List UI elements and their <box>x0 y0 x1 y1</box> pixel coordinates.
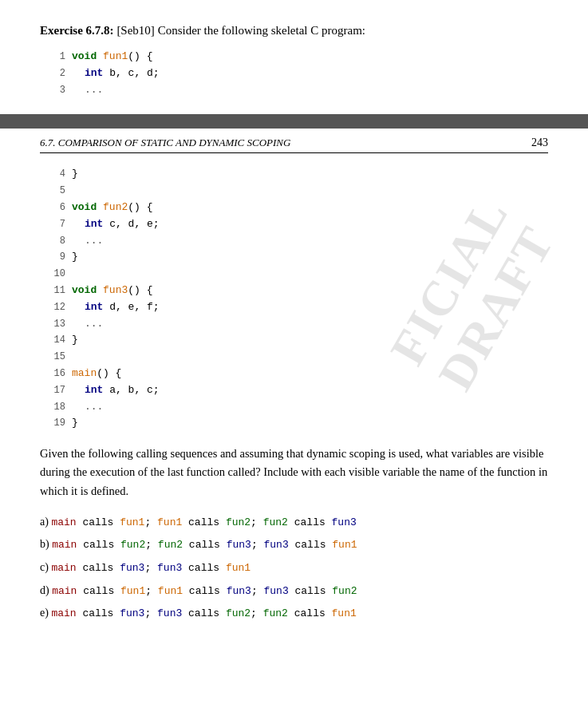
call-seq-line: e) main calls fun3; fun3 calls fun2; fun… <box>40 603 548 624</box>
seq-part: fun3 <box>157 607 182 619</box>
code-line-1: 1 void fun1() { <box>48 49 548 65</box>
line-num-2: 2 <box>48 66 65 81</box>
seq-label: b) <box>40 538 52 550</box>
seq-part: ; <box>144 562 157 574</box>
seq-part: fun1 <box>120 516 144 528</box>
seq-label: e) <box>40 607 51 619</box>
seq-part: fun2 <box>158 539 183 551</box>
seq-part: calls <box>77 539 120 551</box>
code-line-3: 3 ... <box>48 82 548 99</box>
kw-void-1: void <box>72 49 97 65</box>
seq-part: calls <box>182 516 226 528</box>
code-line-12: 12 int d, e, f; <box>48 299 548 316</box>
seq-part: calls <box>288 516 332 528</box>
seq-part: fun1 <box>120 585 145 597</box>
divider-bar <box>0 114 588 129</box>
seq-part: calls <box>183 539 227 551</box>
exercise-source: [Seb10] <box>116 24 157 37</box>
call-seq-line: b) main calls fun2; fun2 calls fun3; fun… <box>40 534 548 556</box>
seq-part: ; <box>251 516 263 528</box>
chapter-header-title: 6.7. COMPARISON OF STATIC AND DYNAMIC SC… <box>40 136 290 149</box>
code-line-9: 9 } <box>48 249 548 266</box>
call-sequences: a) main calls fun1; fun1 calls fun2; fun… <box>40 512 548 624</box>
call-seq-line: a) main calls fun1; fun1 calls fun2; fun… <box>40 512 548 533</box>
seq-label: a) <box>40 516 51 528</box>
code-line-13: 13 ... <box>48 316 548 333</box>
kw-int-1: int <box>85 67 103 79</box>
seq-part: main <box>52 585 77 597</box>
seq-part: fun1 <box>158 585 183 597</box>
code-line-5: 5 <box>48 183 548 200</box>
seq-part: calls <box>183 585 227 597</box>
seq-part: main <box>52 539 77 551</box>
seq-part: calls <box>289 539 333 551</box>
seq-part: ; <box>251 539 264 551</box>
seq-part: ; <box>251 585 264 597</box>
fn-fun1: fun1 <box>103 49 128 65</box>
seq-label: d) <box>40 584 52 596</box>
seq-part: fun3 <box>157 562 182 574</box>
seq-part: ; <box>251 607 263 619</box>
code-line-14: 14 } <box>48 332 548 349</box>
seq-part: ; <box>145 539 158 551</box>
seq-part: ; <box>144 607 157 619</box>
seq-part: fun1 <box>332 607 357 619</box>
code-line-4: 4 } <box>48 166 548 183</box>
seq-part: main <box>51 607 76 619</box>
call-seq-line: c) main calls fun3; fun3 calls fun1 <box>40 557 548 579</box>
description-text: Given the following calling sequences an… <box>40 445 548 500</box>
seq-part: calls <box>77 562 120 574</box>
line-num-1: 1 <box>48 49 65 65</box>
code-line-8: 8 ... <box>48 233 548 250</box>
code-line-10: 10 <box>48 266 548 283</box>
seq-part: fun2 <box>332 585 357 597</box>
seq-part: fun2 <box>226 607 251 619</box>
seq-part: fun3 <box>332 516 357 528</box>
line-num-3: 3 <box>48 83 65 98</box>
dots-1: ... <box>85 82 103 99</box>
seq-part: calls <box>289 585 333 597</box>
seq-part: fun2 <box>263 516 288 528</box>
page-bottom-section: FICIALDRAFT 6.7. COMPARISON OF STATIC AN… <box>0 129 588 650</box>
exercise-intro: Consider the following skeletal C progra… <box>158 24 365 37</box>
chapter-header: 6.7. COMPARISON OF STATIC AND DYNAMIC SC… <box>40 136 548 153</box>
seq-part: calls <box>182 562 226 574</box>
seq-part: calls <box>182 607 226 619</box>
seq-part: calls <box>77 607 120 619</box>
seq-part: calls <box>288 607 332 619</box>
page-number: 243 <box>531 136 548 149</box>
seq-part: calls <box>77 585 120 597</box>
seq-part: main <box>51 562 76 574</box>
seq-part: fun1 <box>332 539 357 551</box>
code-line-18: 18 ... <box>48 399 548 416</box>
exercise-label: Exercise 6.7.8: <box>40 24 114 37</box>
seq-part: ; <box>145 585 158 597</box>
seq-part: fun3 <box>120 562 144 574</box>
code-line-19: 19 } <box>48 415 548 432</box>
code-line-6: 6 void fun2() { <box>48 200 548 216</box>
seq-part: fun3 <box>227 585 251 597</box>
seq-part: fun2 <box>120 539 145 551</box>
page-top-section: Exercise 6.7.8: [Seb10] Consider the fol… <box>0 0 588 114</box>
seq-part: fun3 <box>227 539 251 551</box>
exercise-title: Exercise 6.7.8: [Seb10] Consider the fol… <box>40 24 548 38</box>
seq-part: fun3 <box>263 539 288 551</box>
code-line-16: 16 main() { <box>48 366 548 382</box>
seq-part: main <box>51 516 76 528</box>
code-line-15: 15 <box>48 349 548 366</box>
call-seq-line: d) main calls fun1; fun1 calls fun3; fun… <box>40 580 548 602</box>
seq-part: fun2 <box>226 516 251 528</box>
seq-part: ; <box>144 516 157 528</box>
seq-part: calls <box>77 516 120 528</box>
seq-part: fun1 <box>157 516 182 528</box>
code-line-2: 2 int b, c, d; <box>48 65 548 82</box>
code-line-17: 17 int a, b, c; <box>48 382 548 399</box>
seq-part: fun1 <box>226 562 251 574</box>
code-block-top: 1 void fun1() { 2 int b, c, d; 3 ... <box>48 49 548 98</box>
code-block-bottom: 4 } 5 6 void fun2() { 7 int c, d, e; 8 .… <box>48 166 548 432</box>
seq-part: fun3 <box>120 607 144 619</box>
code-line-11: 11 void fun3() { <box>48 283 548 299</box>
seq-label: c) <box>40 561 51 573</box>
code-line-7: 7 int c, d, e; <box>48 216 548 233</box>
seq-part: fun3 <box>263 585 288 597</box>
